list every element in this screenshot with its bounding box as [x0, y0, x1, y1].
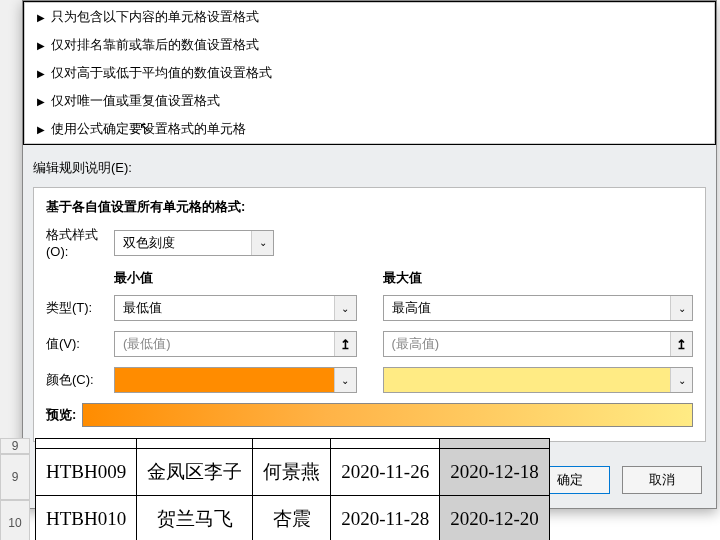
- cell[interactable]: 2020-11-28: [331, 496, 440, 541]
- type-label: 类型(T):: [46, 299, 114, 317]
- panel-title: 基于各自值设置所有单元格的格式:: [46, 198, 693, 216]
- format-style-select[interactable]: 双色刻度 ⌄: [114, 230, 274, 256]
- cell[interactable]: 杏震: [253, 496, 331, 541]
- table-row: HTBH009 金凤区李子 何景燕 2020-11-26 2020-12-18: [36, 449, 550, 496]
- rule-type-item[interactable]: ▶仅对高于或低于平均值的数值设置格式: [25, 59, 714, 87]
- max-header: 最大值: [383, 269, 694, 287]
- arrow-right-icon: ▶: [37, 40, 45, 51]
- rule-type-label: 仅对唯一值或重复值设置格式: [51, 92, 220, 110]
- color-swatch-yellow: [384, 368, 671, 392]
- max-type-select[interactable]: 最高值 ⌄: [383, 295, 694, 321]
- cell[interactable]: [36, 439, 137, 449]
- cell[interactable]: [331, 439, 440, 449]
- spreadsheet-table: HTBH009 金凤区李子 何景燕 2020-11-26 2020-12-18 …: [35, 438, 550, 540]
- chevron-down-icon[interactable]: ⌄: [334, 368, 356, 392]
- cell[interactable]: 2020-12-18: [440, 449, 550, 496]
- rule-type-item[interactable]: ▶只为包含以下内容的单元格设置格式: [25, 3, 714, 31]
- chevron-down-icon[interactable]: ⌄: [334, 296, 356, 320]
- cell[interactable]: 金凤区李子: [137, 449, 253, 496]
- arrow-right-icon: ▶: [37, 124, 45, 135]
- chevron-down-icon[interactable]: ⌄: [670, 368, 692, 392]
- arrow-right-icon: ▶: [37, 96, 45, 107]
- cell[interactable]: [137, 439, 253, 449]
- rule-type-label: 只为包含以下内容的单元格设置格式: [51, 8, 259, 26]
- rule-type-item[interactable]: ▶仅对排名靠前或靠后的数值设置格式: [25, 31, 714, 59]
- cancel-button[interactable]: 取消: [622, 466, 702, 494]
- max-color-select[interactable]: ⌄: [383, 367, 694, 393]
- chevron-down-icon[interactable]: ⌄: [670, 296, 692, 320]
- max-value-placeholder: (最高值): [384, 335, 671, 353]
- edit-rule-description-label: 编辑规则说明(E):: [33, 159, 706, 177]
- format-style-label: 格式样式(O):: [46, 226, 114, 259]
- row-header[interactable]: 9: [0, 438, 30, 454]
- table-row: HTBH010 贺兰马飞 杏震 2020-11-28 2020-12-20: [36, 496, 550, 541]
- cell[interactable]: 贺兰马飞: [137, 496, 253, 541]
- conditional-format-dialog: ▶只为包含以下内容的单元格设置格式 ▶仅对排名靠前或靠后的数值设置格式 ▶仅对高…: [22, 0, 717, 509]
- rule-type-item[interactable]: ▶使用公式确定要设置格式的单元格: [25, 115, 714, 143]
- rule-type-item[interactable]: ▶仅对唯一值或重复值设置格式: [25, 87, 714, 115]
- min-color-select[interactable]: ⌄: [114, 367, 357, 393]
- rule-type-label: 使用公式确定要设置格式的单元格: [51, 120, 246, 138]
- format-settings-panel: 基于各自值设置所有单元格的格式: 格式样式(O): 双色刻度 ⌄ 最小值 类型(…: [33, 187, 706, 442]
- cell[interactable]: 何景燕: [253, 449, 331, 496]
- max-value-input[interactable]: (最高值) ↥: [383, 331, 694, 357]
- cell[interactable]: 2020-11-26: [331, 449, 440, 496]
- cell[interactable]: 2020-12-20: [440, 496, 550, 541]
- value-label: 值(V):: [46, 335, 114, 353]
- row-header[interactable]: 9: [0, 454, 30, 500]
- cell[interactable]: HTBH009: [36, 449, 137, 496]
- color-label: 颜色(C):: [46, 371, 114, 389]
- gradient-preview: [82, 403, 693, 427]
- arrow-right-icon: ▶: [37, 68, 45, 79]
- min-type-select[interactable]: 最低值 ⌄: [114, 295, 357, 321]
- table-row: [36, 439, 550, 449]
- max-type-value: 最高值: [384, 299, 671, 317]
- preview-label: 预览:: [46, 406, 76, 424]
- chevron-down-icon[interactable]: ⌄: [251, 231, 273, 255]
- min-header: 最小值: [114, 269, 357, 287]
- cell[interactable]: [253, 439, 331, 449]
- range-picker-icon[interactable]: ↥: [334, 332, 356, 356]
- min-value-placeholder: (最低值): [115, 335, 334, 353]
- format-style-value: 双色刻度: [115, 234, 251, 252]
- rule-type-label: 仅对排名靠前或靠后的数值设置格式: [51, 36, 259, 54]
- color-swatch-orange: [115, 368, 334, 392]
- arrow-right-icon: ▶: [37, 12, 45, 23]
- cell[interactable]: [440, 439, 550, 449]
- rule-type-label: 仅对高于或低于平均值的数值设置格式: [51, 64, 272, 82]
- min-value-input[interactable]: (最低值) ↥: [114, 331, 357, 357]
- rule-type-list: ▶只为包含以下内容的单元格设置格式 ▶仅对排名靠前或靠后的数值设置格式 ▶仅对高…: [23, 1, 716, 145]
- row-header[interactable]: 10: [0, 500, 30, 540]
- min-type-value: 最低值: [115, 299, 334, 317]
- cell[interactable]: HTBH010: [36, 496, 137, 541]
- range-picker-icon[interactable]: ↥: [670, 332, 692, 356]
